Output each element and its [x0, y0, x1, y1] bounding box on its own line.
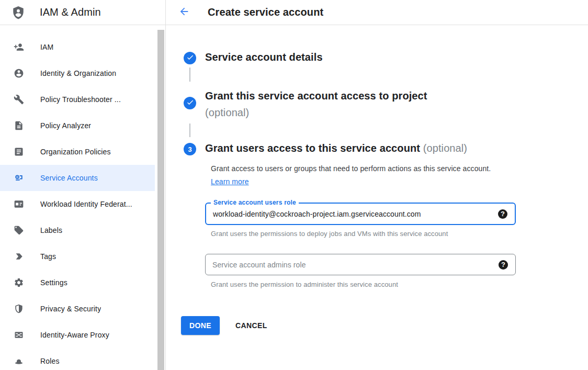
- tag-arrow-icon: [14, 251, 24, 262]
- check-icon: [186, 98, 194, 108]
- sidebar-item-identity-aware-proxy[interactable]: Identity-Aware Proxy: [0, 322, 155, 348]
- users-role-input[interactable]: [206, 204, 515, 224]
- sidebar-item-label: Policy Troubleshooter ...: [40, 95, 121, 104]
- help-icon[interactable]: ?: [498, 209, 507, 219]
- sidebar-item-policy-troubleshooter[interactable]: Policy Troubleshooter ...: [0, 86, 155, 113]
- users-role-field-label: Service account users role: [211, 199, 299, 206]
- sidebar-item-iam[interactable]: IAM: [0, 34, 155, 60]
- account-circle-icon: [14, 68, 24, 79]
- create-service-account-form: Service account details Grant this servi…: [166, 25, 588, 370]
- back-button[interactable]: [177, 6, 191, 19]
- sidebar-item-service-accounts[interactable]: Service Accounts: [0, 165, 155, 191]
- step3-title-text: Grant users access to this service accou…: [205, 142, 420, 154]
- sidebar-item-label: Identity-Aware Proxy: [40, 331, 109, 339]
- back-arrow-icon: [178, 6, 190, 19]
- step1-check-circle: [184, 52, 196, 64]
- sidebar-item-identity-organization[interactable]: Identity & Organization: [0, 60, 155, 86]
- person-add-icon: [14, 42, 24, 52]
- label-tag-icon: [14, 225, 24, 236]
- sidebar-item-labels[interactable]: Labels: [0, 217, 155, 243]
- proxy-icon: [14, 330, 24, 340]
- shield-icon: [14, 304, 24, 314]
- step3-optional-text: (optional): [423, 142, 467, 154]
- sidebar-header: IAM & Admin: [0, 0, 166, 25]
- admins-role-input[interactable]: [206, 254, 515, 275]
- done-button[interactable]: DONE: [181, 316, 220, 335]
- step3-description-text: Grant access to users or groups that nee…: [211, 164, 491, 173]
- sidebar-item-roles[interactable]: Roles: [0, 348, 155, 370]
- iam-admin-sidebar: IAM & Admin IAM Identity & Organization …: [0, 0, 166, 370]
- sidebar-item-label: Service Accounts: [40, 174, 98, 182]
- help-icon[interactable]: ?: [499, 260, 508, 270]
- sidebar-nav: IAM Identity & Organization Policy Troub…: [0, 25, 155, 370]
- sidebar-item-tags[interactable]: Tags: [0, 243, 155, 270]
- sidebar-scrollbar[interactable]: [157, 30, 164, 370]
- robot-icon: [14, 173, 24, 183]
- gear-icon: [14, 277, 24, 288]
- sidebar-item-settings[interactable]: Settings: [0, 270, 155, 296]
- sidebar-item-label: Settings: [40, 278, 67, 287]
- check-icon: [186, 53, 194, 63]
- step3-title: Grant users access to this service accou…: [205, 142, 467, 154]
- step3-description: Grant access to users or groups that nee…: [211, 162, 497, 188]
- sidebar-item-label: Roles: [40, 357, 60, 365]
- step2-title: Grant this service account access to pro…: [205, 87, 427, 121]
- step2-optional-text: (optional): [205, 104, 427, 121]
- step1-title: Service account details: [205, 51, 323, 63]
- sidebar-item-label: Identity & Organization: [40, 69, 116, 77]
- sidebar-item-privacy-security[interactable]: Privacy & Security: [0, 296, 155, 322]
- sidebar-item-label: IAM: [40, 43, 53, 51]
- article-icon: [14, 147, 24, 157]
- product-title: IAM & Admin: [40, 6, 101, 18]
- step-connector: [189, 124, 190, 137]
- card-icon: [14, 199, 24, 209]
- sidebar-item-organization-policies[interactable]: Organization Policies: [0, 139, 155, 165]
- sidebar-item-workload-identity-federation[interactable]: Workload Identity Federat...: [0, 191, 155, 217]
- service-account-users-role-field: Service account users role ?: [205, 203, 516, 225]
- cancel-button[interactable]: CANCEL: [231, 316, 272, 335]
- roles-hat-icon: [14, 356, 24, 366]
- sidebar-item-label: Labels: [40, 226, 62, 234]
- page-title: Create service account: [208, 6, 323, 18]
- sidebar-item-label: Policy Analyzer: [40, 121, 91, 130]
- service-account-admins-role-field: ?: [205, 254, 516, 275]
- admins-role-helper-text: Grant users the permission to administer…: [211, 281, 398, 288]
- policy-analyzer-icon: [14, 120, 24, 131]
- step3-number-circle: 3: [184, 143, 196, 155]
- sidebar-item-label: Organization Policies: [40, 148, 111, 156]
- step-connector: [189, 68, 190, 82]
- step2-check-circle: [184, 97, 196, 109]
- sidebar-item-label: Tags: [40, 252, 56, 261]
- sidebar-item-policy-analyzer[interactable]: Policy Analyzer: [0, 113, 155, 139]
- step3-number: 3: [188, 145, 191, 153]
- page-topbar: Create service account: [166, 0, 588, 25]
- sidebar-item-label: Privacy & Security: [40, 305, 101, 313]
- gcp-console-window: IAM & Admin IAM Identity & Organization …: [0, 0, 588, 370]
- sidebar-item-label: Workload Identity Federat...: [40, 200, 132, 208]
- iam-admin-shield-logo-icon: [12, 5, 25, 20]
- step2-title-text: Grant this service account access to pro…: [205, 90, 427, 102]
- wrench-icon: [14, 94, 24, 105]
- users-role-helper-text: Grant users the permissions to deploy jo…: [211, 230, 448, 238]
- learn-more-link[interactable]: Learn more: [211, 177, 249, 186]
